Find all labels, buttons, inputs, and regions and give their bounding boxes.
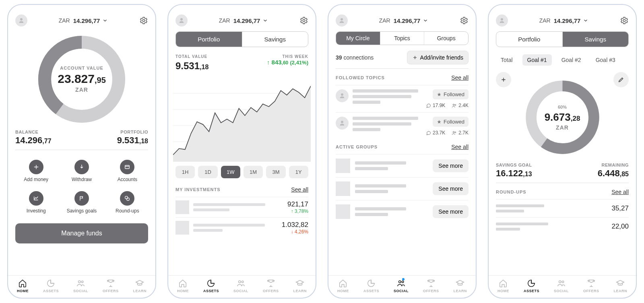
range-1d[interactable]: 1D — [198, 166, 217, 178]
chip-goal-3[interactable]: Goal #3 — [591, 54, 620, 66]
group-row[interactable]: See more — [336, 200, 469, 223]
nav-assets[interactable]: ASSETS — [524, 279, 539, 293]
nav-learn[interactable]: LEARN — [453, 279, 467, 293]
nav-offers[interactable]: OFFERS — [423, 279, 439, 293]
chip-total[interactable]: Total — [496, 54, 518, 66]
see-all-link[interactable]: See all — [451, 74, 469, 81]
avatar[interactable] — [175, 14, 188, 27]
range-1y[interactable]: 1Y — [289, 166, 308, 178]
followed-badge[interactable]: Followed — [433, 117, 469, 127]
svg-point-16 — [463, 19, 465, 22]
see-more-button[interactable]: See more — [433, 182, 469, 195]
group-row[interactable]: See more — [336, 177, 469, 200]
action-roundups[interactable]: Round-ups — [107, 189, 148, 216]
investment-row[interactable]: 921,17↑ 3,78% — [175, 197, 308, 217]
tab-portfolio[interactable]: Portfolio — [176, 32, 242, 47]
see-all-link[interactable]: See all — [451, 144, 469, 150]
topic-row[interactable]: Followed 17.9K 2.4K — [336, 85, 469, 112]
action-roundups-label: Round-ups — [116, 208, 139, 214]
people-icon — [452, 130, 457, 136]
nav-learn[interactable]: LEARN — [613, 279, 627, 293]
balance-dropdown[interactable]: ZAR 14.296,77 — [59, 17, 108, 24]
action-accounts[interactable]: Accounts — [107, 157, 148, 185]
nav-offers-label: OFFERS — [103, 289, 119, 293]
action-investing-label: Investing — [27, 208, 46, 214]
nav-assets[interactable]: ASSETS — [43, 279, 59, 293]
nav-offers[interactable]: OFFERS — [583, 279, 599, 293]
range-1h[interactable]: 1H — [175, 166, 195, 178]
topic-stats: 23.7K 2.7K — [426, 130, 469, 136]
tab-savings[interactable]: Savings — [562, 32, 629, 47]
nav-assets[interactable]: ASSETS — [363, 279, 379, 293]
gear-icon[interactable] — [139, 16, 148, 25]
gear-icon[interactable] — [299, 16, 308, 25]
followed-topics-header: FOLLOWED TOPICS — [336, 75, 385, 80]
chip-goal-4[interactable]: Goa — [625, 54, 629, 66]
balance-dropdown[interactable]: ZAR14.296,77 — [219, 17, 268, 24]
gear-icon[interactable] — [620, 16, 629, 25]
balance-dropdown[interactable]: ZAR14.296,77 — [379, 17, 429, 24]
savings-donut: 60% 9.673,28 ZAR — [496, 76, 629, 159]
topic-row[interactable]: Followed 23.7K 2.7K — [336, 112, 469, 140]
nav-social[interactable]: SOCIAL — [394, 279, 409, 293]
nav-assets[interactable]: ASSETS — [203, 279, 219, 293]
topic-avatar — [336, 117, 349, 130]
action-investing[interactable]: Investing — [15, 189, 57, 216]
action-withdraw[interactable]: Withdraw — [61, 157, 102, 185]
chip-goal-1[interactable]: Goal #1 — [522, 54, 552, 66]
svg-point-23 — [623, 19, 625, 22]
see-all-link[interactable]: See all — [611, 189, 629, 195]
action-savings-goals[interactable]: Savings goals — [61, 189, 102, 216]
roundup-row[interactable]: 22,00 — [496, 217, 629, 235]
screen-social: ZAR14.296,77 My Circle Topics Groups 39 … — [328, 4, 477, 299]
nav-home[interactable]: HOME — [497, 279, 509, 293]
tab-savings[interactable]: Savings — [242, 32, 308, 47]
nav-social[interactable]: SOCIAL — [73, 279, 88, 293]
svg-point-14 — [239, 281, 241, 283]
range-3m[interactable]: 3M — [266, 166, 285, 178]
roundup-row[interactable]: 35,27 — [496, 199, 629, 217]
avatar[interactable] — [15, 14, 27, 27]
svg-point-26 — [559, 281, 561, 283]
chevron-down-icon — [102, 18, 108, 23]
action-add-money-label: Add money — [24, 177, 48, 182]
see-more-button[interactable]: See more — [433, 159, 469, 172]
followed-badge[interactable]: Followed — [433, 89, 469, 99]
range-1m[interactable]: 1M — [244, 166, 263, 178]
savings-value-dec: ,28 — [571, 114, 580, 122]
add-invite-friends-button[interactable]: Add/invite friends — [407, 51, 469, 64]
group-row[interactable]: See more — [336, 154, 469, 177]
tab-my-circle[interactable]: My Circle — [336, 32, 380, 45]
nav-home[interactable]: HOME — [17, 279, 29, 293]
see-all-link[interactable]: See all — [291, 186, 308, 193]
savings-currency: ZAR — [545, 124, 580, 130]
portfolio-dec: ,18 — [139, 138, 148, 144]
nav-home[interactable]: HOME — [177, 279, 189, 293]
balance-dropdown[interactable]: ZAR14.296,77 — [539, 17, 589, 24]
range-1w[interactable]: 1W — [221, 166, 240, 178]
investment-row[interactable]: 1.032,82↓ 4,26% — [175, 217, 308, 238]
avatar[interactable] — [496, 14, 508, 27]
tab-groups[interactable]: Groups — [424, 32, 468, 45]
avatar[interactable] — [336, 14, 348, 27]
nav-learn-label: LEARN — [133, 289, 147, 293]
nav-offers[interactable]: OFFERS — [263, 279, 279, 293]
see-more-button[interactable]: See more — [433, 205, 469, 218]
nav-learn[interactable]: LEARN — [293, 279, 307, 293]
gear-icon[interactable] — [460, 16, 469, 25]
savings-value: 9.673 — [545, 111, 571, 123]
nav-offers[interactable]: OFFERS — [103, 279, 119, 293]
range-picker: 1H 1D 1W 1M 3M 1Y — [175, 166, 308, 178]
nav-social[interactable]: SOCIAL — [554, 279, 569, 293]
svg-point-22 — [402, 281, 404, 283]
asset-icon — [175, 221, 189, 235]
action-add-money[interactable]: Add money — [15, 157, 57, 185]
nav-social[interactable]: SOCIAL — [233, 279, 248, 293]
manage-funds-button[interactable]: Manage funds — [15, 223, 148, 243]
currency-code: ZAR — [59, 17, 70, 24]
nav-home[interactable]: HOME — [337, 279, 349, 293]
nav-learn[interactable]: LEARN — [133, 279, 147, 293]
tab-portfolio[interactable]: Portfolio — [496, 32, 562, 47]
chip-goal-2[interactable]: Goal #2 — [557, 54, 586, 66]
tab-topics[interactable]: Topics — [380, 32, 424, 45]
